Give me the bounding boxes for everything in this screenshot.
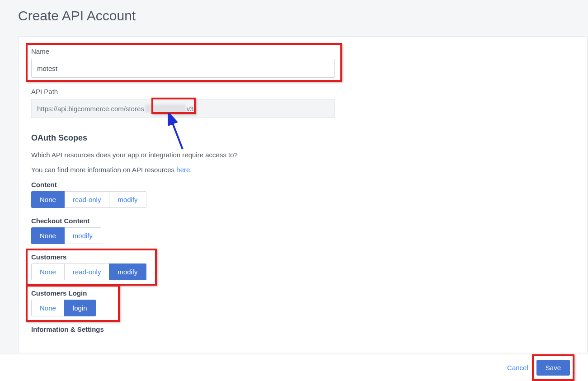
checkout-content-none[interactable]: None bbox=[31, 227, 65, 244]
scope-customers-label: Customers bbox=[31, 253, 574, 261]
content-modify[interactable]: modify bbox=[109, 191, 146, 208]
scope-content: Content None read-only modify bbox=[31, 181, 574, 208]
name-input[interactable] bbox=[31, 59, 335, 78]
customers-modify[interactable]: modify bbox=[109, 263, 146, 280]
api-path-label: API Path bbox=[31, 88, 574, 95]
api-resources-link[interactable]: here bbox=[176, 166, 190, 174]
scope-customers: Customers None read-only modify bbox=[31, 253, 574, 280]
oauth-more-text: You can find more information on API res… bbox=[31, 166, 176, 174]
scope-content-options: None read-only modify bbox=[31, 191, 146, 208]
api-path-value: https://api.bigcommerce.com/storesv3/ bbox=[31, 99, 335, 118]
scope-customers-login-label: Customers Login bbox=[31, 289, 574, 297]
name-label: Name bbox=[31, 47, 574, 55]
scope-checkout-content-options: None modify bbox=[31, 227, 101, 244]
oauth-more: You can find more information on API res… bbox=[31, 166, 574, 174]
scope-customers-login-options: None login bbox=[31, 300, 96, 316]
content-readonly[interactable]: read-only bbox=[64, 191, 110, 208]
content-none[interactable]: None bbox=[31, 191, 65, 208]
scope-checkout-content: Checkout Content None modify bbox=[31, 217, 574, 244]
scope-content-label: Content bbox=[31, 181, 574, 188]
store-hash-redacted bbox=[145, 104, 186, 113]
customers-login-login[interactable]: login bbox=[64, 300, 96, 316]
customers-login-none[interactable]: None bbox=[31, 300, 65, 316]
cancel-button[interactable]: Cancel bbox=[507, 364, 528, 372]
customers-readonly[interactable]: read-only bbox=[64, 263, 110, 280]
scope-information-settings-label: Information & Settings bbox=[31, 325, 574, 333]
form-panel: Name API Path https://api.bigcommerce.co… bbox=[18, 36, 588, 353]
api-path-prefix: https://api.bigcommerce.com/stores bbox=[37, 105, 144, 113]
scope-checkout-content-label: Checkout Content bbox=[31, 217, 574, 225]
footer-bar: Cancel Save bbox=[0, 354, 588, 381]
api-path-suffix: v3/ bbox=[187, 105, 196, 113]
save-button[interactable]: Save bbox=[536, 360, 570, 376]
oauth-desc: Which API resources does your app or int… bbox=[31, 151, 574, 159]
page-title: Create API Account bbox=[0, 0, 588, 24]
oauth-scopes-heading: OAuth Scopes bbox=[31, 133, 574, 143]
checkout-content-modify[interactable]: modify bbox=[64, 227, 101, 244]
api-path-block: API Path https://api.bigcommerce.com/sto… bbox=[31, 88, 574, 118]
scope-customers-options: None read-only modify bbox=[31, 263, 146, 280]
scope-customers-login: Customers Login None login bbox=[31, 289, 574, 316]
name-field-block: Name bbox=[31, 47, 574, 78]
oauth-more-period: . bbox=[190, 166, 192, 174]
customers-none[interactable]: None bbox=[31, 263, 65, 280]
